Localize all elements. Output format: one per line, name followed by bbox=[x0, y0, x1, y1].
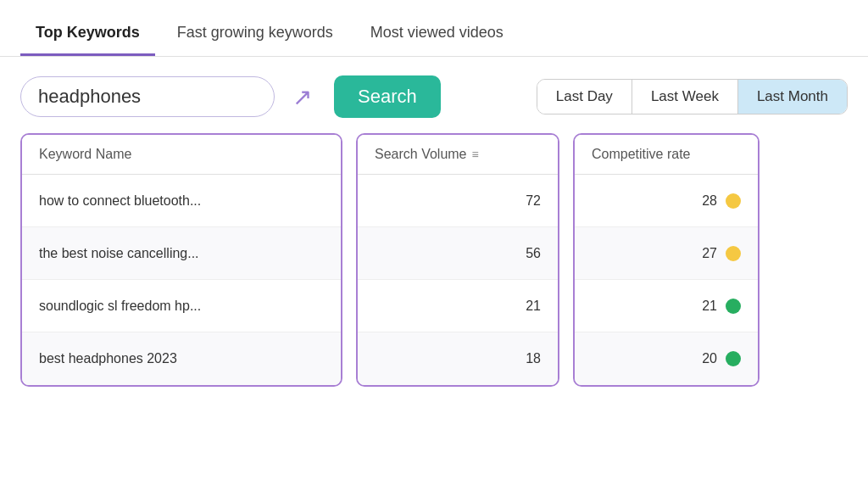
rate-dot-2 bbox=[726, 246, 741, 261]
rate-row-4: 20 bbox=[575, 332, 758, 385]
volume-column: Search Volume ≡ 72 56 21 18 bbox=[356, 133, 559, 387]
rate-row-1: 28 bbox=[575, 175, 758, 227]
keyword-row-3: soundlogic sl freedom hp... bbox=[22, 280, 341, 332]
tab-most-viewed[interactable]: Most viewed videos bbox=[355, 15, 519, 56]
search-input[interactable] bbox=[20, 76, 275, 117]
rate-dot-4 bbox=[726, 351, 741, 366]
volume-row-3: 21 bbox=[358, 280, 558, 332]
volume-column-header: Search Volume ≡ bbox=[358, 135, 558, 175]
rate-dot-1 bbox=[726, 193, 741, 209]
search-button[interactable]: Search bbox=[334, 75, 441, 118]
keyword-column: Keyword Name how to connect bluetooth...… bbox=[20, 133, 342, 387]
rate-row-3: 21 bbox=[575, 280, 758, 332]
keyword-row-1: how to connect bluetooth... bbox=[22, 175, 341, 227]
volume-row-1: 72 bbox=[358, 175, 558, 227]
arrow-indicator-icon: ↗ bbox=[292, 83, 312, 111]
tab-fast-growing[interactable]: Fast growing keywords bbox=[162, 15, 348, 56]
rate-column: Competitive rate 28 27 21 20 bbox=[573, 133, 760, 387]
period-last-week-button[interactable]: Last Week bbox=[632, 80, 738, 114]
search-row: ↗ Search Last Day Last Week Last Month bbox=[0, 57, 868, 133]
volume-row-4: 18 bbox=[358, 332, 558, 385]
period-last-month-button[interactable]: Last Month bbox=[738, 80, 847, 114]
keyword-row-2: the best noise cancelling... bbox=[22, 227, 341, 280]
filter-icon: ≡ bbox=[472, 148, 479, 161]
search-input-wrap: ↗ bbox=[20, 76, 275, 117]
tab-top-keywords[interactable]: Top Keywords bbox=[20, 15, 155, 56]
keyword-column-header: Keyword Name bbox=[22, 135, 341, 175]
period-last-day-button[interactable]: Last Day bbox=[537, 80, 632, 114]
keyword-row-4: best headphones 2023 bbox=[22, 332, 341, 385]
volume-row-2: 56 bbox=[358, 227, 558, 280]
rate-dot-3 bbox=[726, 299, 741, 314]
tabs-bar: Top Keywords Fast growing keywords Most … bbox=[0, 0, 868, 57]
rate-column-header: Competitive rate bbox=[575, 135, 758, 175]
period-group: Last Day Last Week Last Month bbox=[537, 79, 848, 114]
table-area: Keyword Name how to connect bluetooth...… bbox=[0, 133, 868, 387]
rate-row-2: 27 bbox=[575, 227, 758, 280]
